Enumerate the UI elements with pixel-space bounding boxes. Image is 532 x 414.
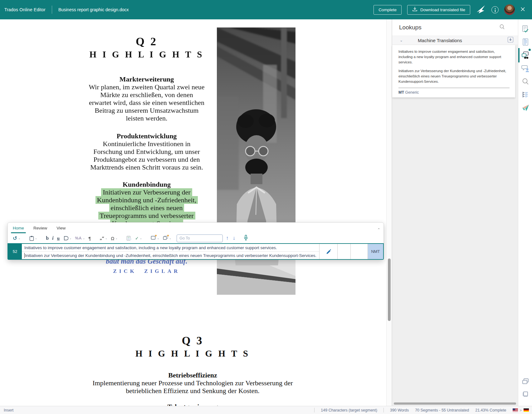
close-icon[interactable] bbox=[520, 7, 525, 13]
segment-source-text[interactable]: Initiatives to improve customer engageme… bbox=[22, 244, 319, 252]
card-icon bbox=[151, 235, 156, 241]
segment-target-text: Initiativen zur Verbesserung der Kundenb… bbox=[25, 253, 316, 258]
chevron-down-icon: ⌄ bbox=[105, 237, 108, 240]
search-icon[interactable] bbox=[518, 76, 532, 87]
q3-highlights-title: H I G H L I G H T S bbox=[84, 348, 301, 359]
mt-provider-name: Generic bbox=[405, 90, 419, 95]
quotes-button[interactable]: „“ ⌄ bbox=[99, 236, 108, 241]
previous-segment-button[interactable]: ↑ bbox=[225, 235, 230, 241]
panel-horizontal-scrollbar-thumb[interactable] bbox=[394, 402, 516, 405]
goto-input[interactable] bbox=[177, 234, 223, 242]
language-pair-indicator: > bbox=[513, 408, 529, 412]
trados-online-editor: Trados Online Editor Business report gra… bbox=[0, 0, 532, 414]
segment-comment-cell bbox=[350, 244, 368, 259]
character-count: 149 Characters (target segment) bbox=[321, 408, 377, 412]
info-icon[interactable] bbox=[491, 6, 499, 13]
completion-percentage: 21.43% Complete bbox=[475, 408, 506, 412]
document-pages-icon[interactable] bbox=[518, 36, 532, 48]
document-structure-icon[interactable] bbox=[518, 89, 532, 101]
divider bbox=[398, 88, 510, 88]
underline-button[interactable]: u bbox=[56, 236, 60, 241]
layers-icon[interactable] bbox=[518, 388, 532, 400]
tab-home[interactable]: Home bbox=[13, 223, 24, 233]
special-character-button[interactable]: %A ⌄ bbox=[75, 236, 86, 240]
apply-translation-icon[interactable] bbox=[507, 37, 514, 44]
collapse-section-icon[interactable]: ⌄ bbox=[400, 38, 403, 42]
next-segment-button[interactable]: ↓ bbox=[232, 235, 237, 241]
segment-row[interactable]: 52 Initiatives to improve customer engag… bbox=[7, 243, 384, 260]
segment-number: 52 bbox=[8, 244, 22, 259]
panel-horizontal-scrollbar[interactable] bbox=[394, 402, 516, 405]
complete-button[interactable]: Complete bbox=[373, 5, 402, 15]
highlighted-line: einschließlich eines neuen bbox=[109, 204, 184, 212]
document-canvas: Q 2 H I G H L I G H T S Markterweiterung… bbox=[0, 19, 386, 406]
tab-review[interactable]: Review bbox=[33, 223, 47, 233]
chevron-down-icon: ⌄ bbox=[157, 237, 159, 240]
section-talentgewinnung: Talentgewinnung bbox=[84, 403, 301, 406]
segment-origin-badge: NMT bbox=[368, 244, 383, 259]
undo-button[interactable]: ↺ ⌄ bbox=[12, 235, 21, 241]
paste-button[interactable]: ⌄ bbox=[29, 236, 38, 241]
segment-editor-panel: Home Review View ↺ ⌄ ⌄ b i u bbox=[7, 222, 384, 260]
chevron-down-icon: ⌄ bbox=[115, 237, 118, 240]
input-mode-indicator: Insert bbox=[4, 408, 13, 412]
quote-author: ZICK ZIGLAR bbox=[75, 268, 218, 274]
confirm-segment-button[interactable]: ✓ ⌄ bbox=[134, 236, 143, 241]
highlighted-line: Kundenbindung und -Zufriedenheit, bbox=[95, 196, 198, 204]
download-translated-file-button[interactable]: Download translated file bbox=[407, 5, 470, 15]
complete-button-label: Complete bbox=[378, 7, 397, 12]
segment-count: 70 Segments - 55 Untranslated bbox=[415, 408, 469, 412]
collapse-toolbar-icon[interactable]: ⌃ bbox=[377, 228, 380, 232]
feedback-plane-icon[interactable] bbox=[518, 102, 532, 114]
machine-translations-header[interactable]: ⌄ Machine Translations bbox=[392, 36, 518, 45]
symbol-button[interactable]: Ω ⌄ bbox=[110, 236, 118, 241]
download-icon bbox=[412, 7, 417, 13]
q2-number: Q 2 bbox=[75, 35, 218, 48]
section-produktentwicklung: Produktentwicklung Kontinuierliche Inves… bbox=[75, 132, 218, 171]
mt-source-text: Initiatives to improve customer engageme… bbox=[398, 49, 510, 65]
segment-card-button[interactable]: ⌄ bbox=[150, 235, 160, 241]
language-direction-arrow: > bbox=[520, 408, 522, 412]
lookups-search-icon[interactable] bbox=[499, 24, 505, 31]
preview-document-button[interactable] bbox=[126, 236, 132, 241]
comments-icon[interactable] bbox=[518, 62, 532, 74]
chevron-down-icon: ⌄ bbox=[35, 237, 37, 240]
preview-with-check-icon[interactable] bbox=[518, 23, 532, 35]
q2-highlights-title: H I G H L I G H T S bbox=[75, 49, 218, 60]
machine-translation-result[interactable]: Initiatives to improve customer engageme… bbox=[392, 45, 515, 97]
text-caret bbox=[24, 253, 25, 258]
edit-segment-button[interactable] bbox=[319, 244, 337, 259]
comment-shape-button[interactable]: ⌄ bbox=[62, 236, 72, 241]
windows-overlap-icon[interactable] bbox=[518, 375, 532, 387]
lookups-panel-icon[interactable] bbox=[518, 49, 532, 61]
statusbar-divider bbox=[383, 408, 384, 412]
user-avatar[interactable] bbox=[504, 4, 515, 15]
section-kundenbindung: Kundenbindung Initiativen zur Verbesseru… bbox=[75, 180, 218, 227]
chevron-down-icon: ⌄ bbox=[18, 237, 21, 240]
bold-button[interactable]: b bbox=[45, 235, 49, 241]
chevron-down-icon: ⌄ bbox=[169, 237, 172, 240]
mt-target-text: Initiativen zur Verbesserung der Kundenb… bbox=[398, 68, 510, 84]
download-button-label: Download translated file bbox=[420, 7, 465, 12]
mt-provider: MT Generic bbox=[398, 90, 510, 95]
italic-button[interactable]: i bbox=[51, 235, 54, 241]
document-scrollbar[interactable] bbox=[386, 19, 392, 406]
window-icon bbox=[163, 235, 168, 241]
source-language-flag-us bbox=[513, 408, 518, 412]
segment-target-input[interactable]: Initiativen zur Verbesserung der Kundenb… bbox=[22, 252, 319, 259]
ribbon-tabs: Home Review View bbox=[8, 223, 383, 233]
assistant-icon[interactable] bbox=[476, 4, 486, 15]
dictation-microphone-button[interactable] bbox=[244, 235, 248, 242]
section-markterweiterung: Markterweiterung Wir planen, im zweiten … bbox=[75, 75, 218, 122]
app-title: Trados Online Editor bbox=[4, 7, 46, 12]
q3-number: Q 3 bbox=[84, 334, 301, 347]
show-formatting-button[interactable]: ¶ bbox=[88, 236, 92, 241]
document-scrollbar-thumb[interactable] bbox=[388, 259, 391, 321]
q2-section: Q 2 H I G H L I G H T S Markterweiterung… bbox=[75, 35, 218, 227]
tab-view[interactable]: View bbox=[56, 223, 66, 233]
layout-window-button[interactable]: ⌄ bbox=[162, 235, 172, 241]
word-count: 390 Words bbox=[390, 408, 409, 412]
section-betriebseffizienz: Betriebseffizienz bbox=[84, 371, 301, 379]
title-divider bbox=[52, 6, 52, 14]
status-bar: Insert 149 Characters (target segment) 3… bbox=[0, 406, 532, 414]
